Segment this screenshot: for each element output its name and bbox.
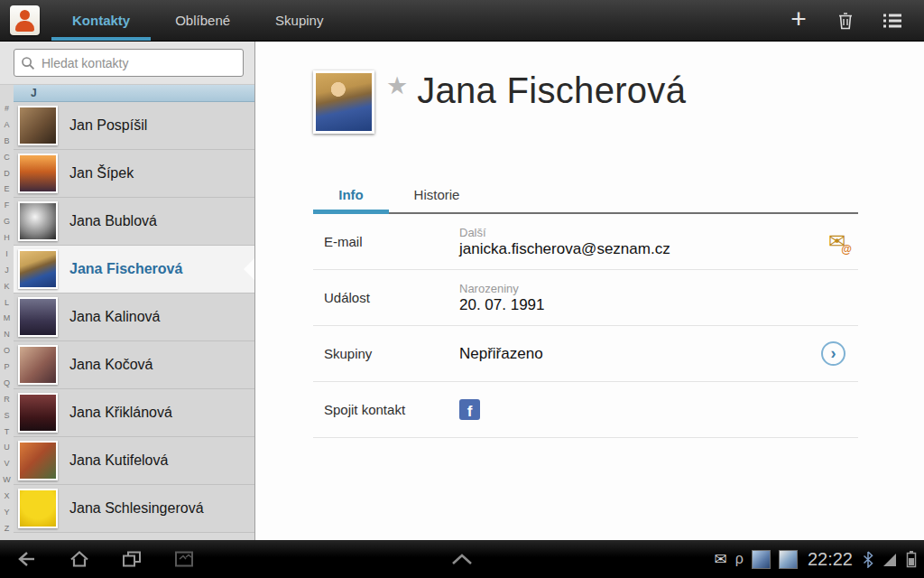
search-input[interactable]: [42, 56, 236, 70]
plus-icon: +: [790, 4, 807, 34]
index-letter[interactable]: H: [4, 234, 10, 242]
index-letter[interactable]: L: [5, 299, 9, 307]
expand-panel-button[interactable]: [440, 540, 484, 578]
recent-apps-icon: [120, 548, 143, 570]
home-button[interactable]: [58, 540, 101, 578]
contact-row[interactable]: Jana Křiklánová: [14, 389, 254, 437]
index-letter[interactable]: V: [4, 460, 9, 468]
tab-historie[interactable]: Historie: [389, 179, 485, 214]
index-letter[interactable]: O: [4, 347, 10, 355]
index-letter[interactable]: Y: [4, 508, 9, 517]
menu-icon: [882, 12, 903, 30]
index-letter[interactable]: I: [5, 250, 8, 258]
tab-oblibene-label: Oblíbené: [175, 13, 230, 28]
groups-label: Skupiny: [324, 346, 459, 361]
section-header-label: J: [31, 87, 37, 99]
index-letter[interactable]: E: [4, 185, 9, 193]
email-type-label: Další: [459, 226, 670, 239]
index-letter[interactable]: X: [4, 492, 9, 500]
event-value: 20. 07. 1991: [459, 296, 545, 314]
index-letter[interactable]: C: [4, 154, 10, 162]
tab-info-label: Info: [338, 187, 364, 202]
index-letter[interactable]: A: [4, 121, 9, 129]
contact-row-selected[interactable]: Jana Fischerová: [14, 246, 254, 294]
screenshot-icon: [172, 548, 196, 570]
index-letter[interactable]: G: [4, 218, 10, 226]
rho-notification-icon: ρ: [735, 552, 744, 566]
contact-row[interactable]: Jana Kutifelová: [14, 437, 254, 485]
index-letter[interactable]: N: [4, 331, 10, 339]
index-letter[interactable]: Q: [4, 379, 10, 387]
back-button[interactable]: [5, 540, 49, 578]
contact-name: Jana Fischerová: [69, 261, 182, 277]
index-letter[interactable]: S: [4, 412, 9, 420]
email-row[interactable]: E-mail Další janicka.fischerova@seznam.c…: [313, 214, 858, 270]
delete-button[interactable]: [825, 0, 866, 42]
screenshot-button[interactable]: [162, 540, 206, 578]
contact-row[interactable]: Jana Schlesingerová: [14, 485, 254, 533]
status-cluster[interactable]: ✉ ρ 22:22: [715, 549, 924, 570]
notification-thumbnail: [779, 550, 798, 569]
add-contact-button[interactable]: +: [778, 0, 819, 42]
contact-name: Jana Bublová: [69, 213, 157, 229]
tab-kontakty[interactable]: Kontakty: [50, 0, 152, 41]
groups-row[interactable]: Skupiny Nepřiřazeno ›: [313, 326, 858, 382]
contact-name: Jana Křiklánová: [69, 405, 172, 421]
send-email-icon[interactable]: ✉@: [828, 231, 845, 252]
contact-row[interactable]: Jana Kočová: [14, 341, 254, 389]
contact-detail-name: Jana Fischerová: [417, 70, 686, 110]
index-letter[interactable]: Z: [5, 525, 10, 533]
contact-name: Jana Kutifelová: [69, 452, 168, 469]
battery-icon: [906, 550, 917, 568]
contact-list: J Jan Pospíšil Jan Šípek Jana Bublová Ja…: [14, 85, 254, 540]
contact-photo: [18, 489, 58, 528]
index-letter[interactable]: J: [5, 266, 9, 275]
search-icon: [21, 56, 35, 70]
contact-row[interactable]: Jana Bublová: [14, 198, 254, 246]
index-letter[interactable]: D: [4, 170, 10, 178]
chevron-right-icon: ›: [831, 345, 836, 361]
contact-row[interactable]: Jan Šípek: [14, 150, 254, 198]
facebook-icon[interactable]: f: [459, 399, 480, 420]
contact-row[interactable]: Jan Pospíšil: [14, 102, 254, 150]
contact-photo: [18, 345, 58, 385]
alphabet-index[interactable]: #ABCDEFGHIJKLMNOPQRSTUVWXYZ: [0, 105, 14, 533]
contacts-app-screen: Kontakty Oblíbené Skupiny +: [0, 0, 924, 578]
contact-photo: [18, 106, 58, 145]
action-bar: Kontakty Oblíbené Skupiny +: [0, 0, 924, 42]
index-letter[interactable]: U: [4, 443, 10, 452]
index-letter[interactable]: K: [4, 283, 9, 291]
overflow-menu-button[interactable]: [872, 0, 913, 42]
contact-row[interactable]: Jana Kalinová: [14, 294, 254, 341]
contact-detail-panel: ★ Jana Fischerová Info Historie E-mail D…: [255, 42, 924, 540]
index-letter[interactable]: R: [4, 396, 10, 404]
contact-list-panel: #ABCDEFGHIJKLMNOPQRSTUVWXYZ J Jan Pospíš…: [0, 42, 255, 540]
tab-oblibene[interactable]: Oblíbené: [152, 0, 253, 41]
contact-name: Jan Šípek: [69, 165, 134, 182]
app-home-button[interactable]: [0, 0, 50, 41]
index-letter[interactable]: F: [5, 201, 10, 210]
event-row[interactable]: Událost Narozeniny 20. 07. 1991: [313, 270, 858, 326]
index-letter[interactable]: #: [5, 105, 9, 113]
detail-rows: E-mail Další janicka.fischerova@seznam.c…: [313, 214, 858, 438]
join-contact-row[interactable]: Spojit kontakt f: [313, 382, 858, 438]
contact-photo: [18, 249, 58, 289]
index-letter[interactable]: B: [4, 137, 9, 145]
index-letter[interactable]: W: [3, 476, 11, 484]
search-area: [0, 42, 254, 85]
tab-skupiny-label: Skupiny: [275, 13, 323, 28]
groups-chevron-button[interactable]: ›: [821, 341, 845, 366]
recent-apps-button[interactable]: [110, 540, 153, 578]
favorite-star-icon[interactable]: ★: [386, 74, 408, 98]
contact-name: Jana Kočová: [69, 357, 153, 373]
index-letter[interactable]: T: [5, 428, 10, 436]
index-letter[interactable]: M: [4, 314, 11, 322]
tab-historie-label: Historie: [414, 187, 460, 202]
tab-info[interactable]: Info: [313, 179, 389, 214]
trash-icon: [836, 11, 855, 31]
contact-name: Jan Pospíšil: [69, 117, 147, 134]
index-letter[interactable]: P: [4, 363, 9, 371]
tab-skupiny[interactable]: Skupiny: [253, 0, 346, 41]
chevron-up-icon: [449, 552, 475, 566]
email-label: E-mail: [324, 234, 459, 249]
